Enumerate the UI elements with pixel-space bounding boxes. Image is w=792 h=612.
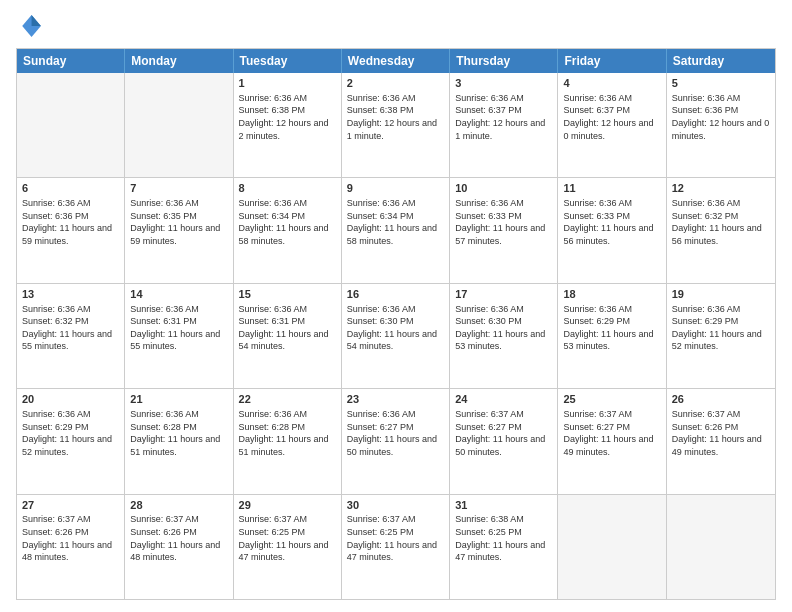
- day-info: Sunrise: 6:36 AM Sunset: 6:27 PM Dayligh…: [347, 408, 444, 458]
- day-number: 29: [239, 498, 336, 513]
- day-info: Sunrise: 6:36 AM Sunset: 6:30 PM Dayligh…: [347, 303, 444, 353]
- day-info: Sunrise: 6:36 AM Sunset: 6:35 PM Dayligh…: [130, 197, 227, 247]
- cal-header-saturday: Saturday: [667, 49, 775, 73]
- day-info: Sunrise: 6:36 AM Sunset: 6:36 PM Dayligh…: [672, 92, 770, 142]
- cal-cell: [125, 73, 233, 177]
- day-number: 20: [22, 392, 119, 407]
- day-number: 18: [563, 287, 660, 302]
- day-info: Sunrise: 6:37 AM Sunset: 6:25 PM Dayligh…: [239, 513, 336, 563]
- cal-week-1: 1Sunrise: 6:36 AM Sunset: 6:38 PM Daylig…: [17, 73, 775, 177]
- day-info: Sunrise: 6:38 AM Sunset: 6:25 PM Dayligh…: [455, 513, 552, 563]
- day-number: 15: [239, 287, 336, 302]
- cal-header-wednesday: Wednesday: [342, 49, 450, 73]
- cal-cell: 27Sunrise: 6:37 AM Sunset: 6:26 PM Dayli…: [17, 495, 125, 599]
- calendar-body: 1Sunrise: 6:36 AM Sunset: 6:38 PM Daylig…: [17, 73, 775, 599]
- cal-cell: [558, 495, 666, 599]
- day-info: Sunrise: 6:36 AM Sunset: 6:37 PM Dayligh…: [455, 92, 552, 142]
- cal-cell: 19Sunrise: 6:36 AM Sunset: 6:29 PM Dayli…: [667, 284, 775, 388]
- cal-cell: 3Sunrise: 6:36 AM Sunset: 6:37 PM Daylig…: [450, 73, 558, 177]
- day-info: Sunrise: 6:36 AM Sunset: 6:31 PM Dayligh…: [239, 303, 336, 353]
- cal-cell: 10Sunrise: 6:36 AM Sunset: 6:33 PM Dayli…: [450, 178, 558, 282]
- day-info: Sunrise: 6:37 AM Sunset: 6:27 PM Dayligh…: [455, 408, 552, 458]
- day-info: Sunrise: 6:36 AM Sunset: 6:34 PM Dayligh…: [239, 197, 336, 247]
- day-info: Sunrise: 6:36 AM Sunset: 6:38 PM Dayligh…: [239, 92, 336, 142]
- day-number: 28: [130, 498, 227, 513]
- cal-header-thursday: Thursday: [450, 49, 558, 73]
- day-number: 22: [239, 392, 336, 407]
- cal-cell: 2Sunrise: 6:36 AM Sunset: 6:38 PM Daylig…: [342, 73, 450, 177]
- day-number: 27: [22, 498, 119, 513]
- cal-header-tuesday: Tuesday: [234, 49, 342, 73]
- logo-icon: [16, 12, 44, 40]
- day-number: 5: [672, 76, 770, 91]
- cal-cell: 8Sunrise: 6:36 AM Sunset: 6:34 PM Daylig…: [234, 178, 342, 282]
- cal-cell: [667, 495, 775, 599]
- cal-cell: 5Sunrise: 6:36 AM Sunset: 6:36 PM Daylig…: [667, 73, 775, 177]
- cal-cell: 25Sunrise: 6:37 AM Sunset: 6:27 PM Dayli…: [558, 389, 666, 493]
- cal-cell: 15Sunrise: 6:36 AM Sunset: 6:31 PM Dayli…: [234, 284, 342, 388]
- day-info: Sunrise: 6:36 AM Sunset: 6:32 PM Dayligh…: [22, 303, 119, 353]
- page: SundayMondayTuesdayWednesdayThursdayFrid…: [0, 0, 792, 612]
- cal-cell: 18Sunrise: 6:36 AM Sunset: 6:29 PM Dayli…: [558, 284, 666, 388]
- day-info: Sunrise: 6:36 AM Sunset: 6:30 PM Dayligh…: [455, 303, 552, 353]
- day-info: Sunrise: 6:36 AM Sunset: 6:32 PM Dayligh…: [672, 197, 770, 247]
- day-number: 8: [239, 181, 336, 196]
- day-number: 3: [455, 76, 552, 91]
- cal-week-2: 6Sunrise: 6:36 AM Sunset: 6:36 PM Daylig…: [17, 177, 775, 282]
- day-number: 17: [455, 287, 552, 302]
- cal-cell: 13Sunrise: 6:36 AM Sunset: 6:32 PM Dayli…: [17, 284, 125, 388]
- cal-cell: 31Sunrise: 6:38 AM Sunset: 6:25 PM Dayli…: [450, 495, 558, 599]
- day-number: 11: [563, 181, 660, 196]
- day-info: Sunrise: 6:36 AM Sunset: 6:36 PM Dayligh…: [22, 197, 119, 247]
- cal-cell: 17Sunrise: 6:36 AM Sunset: 6:30 PM Dayli…: [450, 284, 558, 388]
- cal-cell: 28Sunrise: 6:37 AM Sunset: 6:26 PM Dayli…: [125, 495, 233, 599]
- day-number: 1: [239, 76, 336, 91]
- day-info: Sunrise: 6:36 AM Sunset: 6:31 PM Dayligh…: [130, 303, 227, 353]
- day-number: 16: [347, 287, 444, 302]
- day-number: 6: [22, 181, 119, 196]
- day-number: 12: [672, 181, 770, 196]
- cal-cell: 21Sunrise: 6:36 AM Sunset: 6:28 PM Dayli…: [125, 389, 233, 493]
- cal-week-3: 13Sunrise: 6:36 AM Sunset: 6:32 PM Dayli…: [17, 283, 775, 388]
- day-info: Sunrise: 6:37 AM Sunset: 6:26 PM Dayligh…: [672, 408, 770, 458]
- day-info: Sunrise: 6:36 AM Sunset: 6:28 PM Dayligh…: [130, 408, 227, 458]
- cal-cell: 6Sunrise: 6:36 AM Sunset: 6:36 PM Daylig…: [17, 178, 125, 282]
- cal-cell: 20Sunrise: 6:36 AM Sunset: 6:29 PM Dayli…: [17, 389, 125, 493]
- day-info: Sunrise: 6:37 AM Sunset: 6:25 PM Dayligh…: [347, 513, 444, 563]
- cal-cell: 26Sunrise: 6:37 AM Sunset: 6:26 PM Dayli…: [667, 389, 775, 493]
- cal-header-monday: Monday: [125, 49, 233, 73]
- day-info: Sunrise: 6:36 AM Sunset: 6:28 PM Dayligh…: [239, 408, 336, 458]
- logo: [16, 12, 48, 40]
- day-number: 25: [563, 392, 660, 407]
- cal-cell: 24Sunrise: 6:37 AM Sunset: 6:27 PM Dayli…: [450, 389, 558, 493]
- cal-cell: 4Sunrise: 6:36 AM Sunset: 6:37 PM Daylig…: [558, 73, 666, 177]
- calendar-header: SundayMondayTuesdayWednesdayThursdayFrid…: [17, 49, 775, 73]
- day-number: 7: [130, 181, 227, 196]
- cal-cell: 22Sunrise: 6:36 AM Sunset: 6:28 PM Dayli…: [234, 389, 342, 493]
- day-number: 9: [347, 181, 444, 196]
- cal-week-4: 20Sunrise: 6:36 AM Sunset: 6:29 PM Dayli…: [17, 388, 775, 493]
- cal-header-friday: Friday: [558, 49, 666, 73]
- day-number: 23: [347, 392, 444, 407]
- day-number: 26: [672, 392, 770, 407]
- day-info: Sunrise: 6:36 AM Sunset: 6:29 PM Dayligh…: [22, 408, 119, 458]
- cal-cell: 23Sunrise: 6:36 AM Sunset: 6:27 PM Dayli…: [342, 389, 450, 493]
- day-number: 30: [347, 498, 444, 513]
- svg-marker-1: [32, 15, 41, 26]
- calendar: SundayMondayTuesdayWednesdayThursdayFrid…: [16, 48, 776, 600]
- cal-header-sunday: Sunday: [17, 49, 125, 73]
- day-number: 13: [22, 287, 119, 302]
- day-number: 19: [672, 287, 770, 302]
- cal-cell: 7Sunrise: 6:36 AM Sunset: 6:35 PM Daylig…: [125, 178, 233, 282]
- cal-week-5: 27Sunrise: 6:37 AM Sunset: 6:26 PM Dayli…: [17, 494, 775, 599]
- day-info: Sunrise: 6:36 AM Sunset: 6:29 PM Dayligh…: [563, 303, 660, 353]
- day-number: 24: [455, 392, 552, 407]
- day-number: 14: [130, 287, 227, 302]
- day-info: Sunrise: 6:36 AM Sunset: 6:37 PM Dayligh…: [563, 92, 660, 142]
- day-info: Sunrise: 6:37 AM Sunset: 6:26 PM Dayligh…: [130, 513, 227, 563]
- day-info: Sunrise: 6:36 AM Sunset: 6:38 PM Dayligh…: [347, 92, 444, 142]
- day-number: 21: [130, 392, 227, 407]
- cal-cell: 30Sunrise: 6:37 AM Sunset: 6:25 PM Dayli…: [342, 495, 450, 599]
- header: [16, 12, 776, 40]
- cal-cell: 9Sunrise: 6:36 AM Sunset: 6:34 PM Daylig…: [342, 178, 450, 282]
